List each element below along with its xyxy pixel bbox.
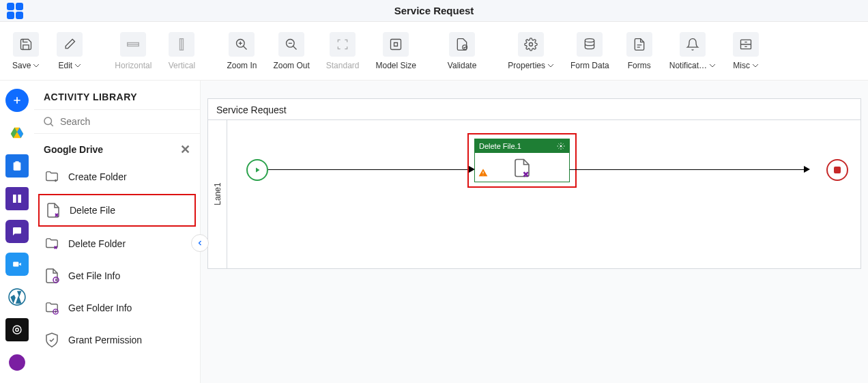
drawer-icon xyxy=(733,32,759,57)
wordpress-icon[interactable] xyxy=(5,285,29,309)
connector xyxy=(570,169,807,170)
toolbar: Save Edit Horizontal Vertical Zoom In Zo… xyxy=(0,22,868,81)
zoom-in-icon xyxy=(229,32,255,57)
activity-delete-file[interactable]: Delete File xyxy=(38,194,196,227)
chat-icon[interactable] xyxy=(5,220,29,243)
video-icon[interactable] xyxy=(5,253,29,276)
clipboard-icon[interactable] xyxy=(5,154,29,178)
gear-icon[interactable] xyxy=(557,142,565,150)
start-node[interactable] xyxy=(246,159,268,181)
shield-icon xyxy=(44,332,60,348)
model-size-icon xyxy=(383,32,409,57)
misc-button[interactable]: Misc xyxy=(725,28,766,74)
validate-button[interactable]: Validate xyxy=(441,28,483,74)
model-size-button[interactable]: Model Size xyxy=(368,28,422,74)
collapse-sidebar-button[interactable] xyxy=(191,234,209,252)
group-header: Google Drive ✕ xyxy=(34,134,200,161)
save-icon xyxy=(13,32,39,57)
close-icon[interactable]: ✕ xyxy=(180,142,190,157)
end-node[interactable] xyxy=(826,159,848,181)
svg-rect-4 xyxy=(391,39,401,49)
topbar: Service Request xyxy=(0,0,868,22)
zoom-out-button[interactable]: Zoom Out xyxy=(266,28,316,74)
add-button[interactable] xyxy=(5,89,29,112)
save-button[interactable]: Save xyxy=(5,28,46,74)
activity-get-folder-info[interactable]: Get Folder Info xyxy=(34,292,200,324)
activity-get-file-info[interactable]: Get File Info xyxy=(34,259,200,292)
align-horizontal-icon xyxy=(120,32,146,57)
purple-circle-icon[interactable] xyxy=(5,351,29,374)
bell-icon xyxy=(680,32,706,57)
svg-point-15 xyxy=(16,328,19,332)
svg-point-14 xyxy=(13,326,21,334)
delete-file-node[interactable]: Delete File.1 xyxy=(474,139,570,182)
properties-button[interactable]: Properties xyxy=(501,28,561,74)
activity-library: ACTIVITY LIBRARY Google Drive ✕ Create F… xyxy=(34,81,201,383)
svg-rect-10 xyxy=(13,195,16,203)
svg-point-20 xyxy=(560,145,562,147)
svg-rect-12 xyxy=(13,262,18,267)
folder-info-icon xyxy=(44,300,60,315)
warning-icon xyxy=(478,168,489,180)
document-icon xyxy=(626,32,652,57)
lane-label: Lane1 xyxy=(208,119,227,268)
align-vertical-icon xyxy=(169,32,194,57)
svg-point-17 xyxy=(44,117,52,125)
svg-rect-11 xyxy=(18,195,21,203)
svg-rect-9 xyxy=(15,161,18,163)
edit-icon xyxy=(57,32,83,57)
app-logo-icon[interactable] xyxy=(7,1,26,20)
validate-icon xyxy=(449,32,475,57)
google-drive-icon[interactable] xyxy=(5,122,29,145)
activity-create-folder[interactable]: Create Folder xyxy=(34,161,200,193)
canvas-title: Service Request xyxy=(216,104,287,115)
connector xyxy=(268,169,473,170)
activity-delete-folder[interactable]: Delete Folder xyxy=(34,228,200,259)
file-x-icon xyxy=(512,157,532,179)
search-row xyxy=(34,110,200,134)
process-canvas[interactable]: Service Request Lane1 Delete File.1 xyxy=(207,98,861,269)
svg-point-7 xyxy=(585,38,594,42)
sidebar-title: ACTIVITY LIBRARY xyxy=(34,81,200,110)
svg-point-6 xyxy=(530,42,533,46)
gear-icon xyxy=(518,32,544,57)
edit-button[interactable]: Edit xyxy=(49,28,90,74)
arrowhead-icon xyxy=(804,166,810,173)
svg-point-16 xyxy=(9,354,25,371)
canvas-area: Service Request Lane1 Delete File.1 xyxy=(201,81,868,383)
horizontal-button: Horizontal xyxy=(108,28,158,74)
search-icon xyxy=(42,115,55,128)
layout-icon[interactable] xyxy=(5,187,29,210)
folder-x-icon xyxy=(44,236,60,251)
forms-button[interactable]: Forms xyxy=(619,28,660,74)
node-header: Delete File.1 xyxy=(475,139,569,153)
file-info-icon xyxy=(44,268,60,284)
target-icon[interactable] xyxy=(5,318,29,341)
database-icon xyxy=(577,32,603,57)
standard-button: Standard xyxy=(319,28,366,74)
left-rail xyxy=(0,81,34,383)
fit-standard-icon xyxy=(330,32,356,57)
zoom-out-icon xyxy=(278,32,304,57)
zoom-in-button[interactable]: Zoom In xyxy=(220,28,263,74)
form-data-button[interactable]: Form Data xyxy=(564,28,616,74)
file-x-icon xyxy=(45,202,61,218)
notifications-button[interactable]: Notificat… xyxy=(663,28,723,74)
activity-grant-permission[interactable]: Grant Permission xyxy=(34,324,200,356)
page-title: Service Request xyxy=(394,5,474,16)
folder-plus-icon xyxy=(44,169,60,184)
vertical-button: Vertical xyxy=(161,28,202,74)
search-input[interactable] xyxy=(60,116,192,127)
